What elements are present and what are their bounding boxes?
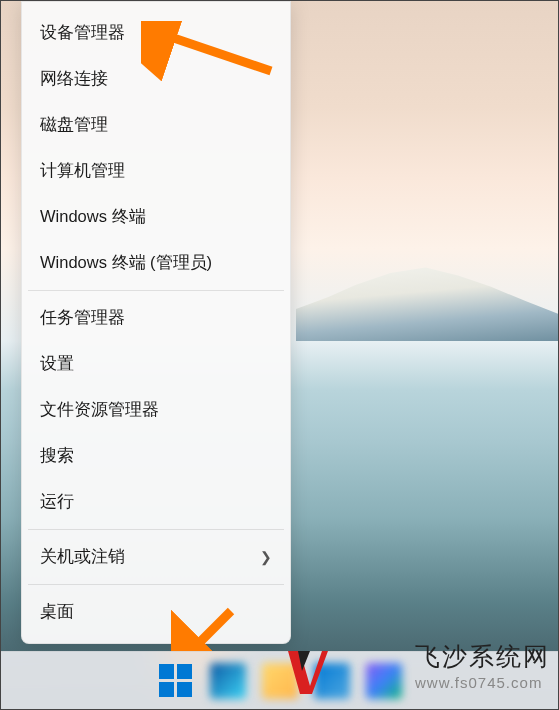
watermark: 飞沙系统网 www.fs0745.com (415, 640, 550, 691)
menu-label: 关机或注销 (40, 546, 125, 568)
menu-divider (28, 290, 284, 291)
edge-icon (210, 663, 246, 699)
svg-marker-4 (288, 651, 328, 694)
menu-item-network-connections[interactable]: 网络连接 (22, 56, 290, 102)
watermark-title: 飞沙系统网 (415, 640, 550, 673)
wallpaper-mountain (296, 261, 559, 341)
menu-item-search[interactable]: 搜索 (22, 433, 290, 479)
menu-item-device-manager[interactable]: 设备管理器 (22, 10, 290, 56)
menu-label: 设置 (40, 353, 74, 375)
menu-label: Windows 终端 (40, 206, 146, 228)
menu-label: 桌面 (40, 601, 74, 623)
menu-item-disk-management[interactable]: 磁盘管理 (22, 102, 290, 148)
menu-label: 设备管理器 (40, 22, 125, 44)
menu-label: 运行 (40, 491, 74, 513)
menu-item-shutdown-signout[interactable]: 关机或注销 ❯ (22, 534, 290, 580)
menu-item-run[interactable]: 运行 (22, 479, 290, 525)
menu-label: 网络连接 (40, 68, 108, 90)
menu-label: Windows 终端 (管理员) (40, 252, 212, 274)
watermark-logo-icon (280, 646, 330, 696)
watermark-url: www.fs0745.com (415, 674, 550, 691)
start-button[interactable] (155, 660, 197, 702)
menu-divider (28, 584, 284, 585)
chevron-right-icon: ❯ (260, 549, 272, 565)
taskbar-app-icon[interactable] (207, 660, 249, 702)
menu-item-windows-terminal[interactable]: Windows 终端 (22, 194, 290, 240)
menu-item-windows-terminal-admin[interactable]: Windows 终端 (管理员) (22, 240, 290, 286)
menu-item-file-explorer[interactable]: 文件资源管理器 (22, 387, 290, 433)
menu-label: 磁盘管理 (40, 114, 108, 136)
menu-label: 搜索 (40, 445, 74, 467)
copilot-icon (366, 663, 402, 699)
winx-context-menu: 设备管理器 网络连接 磁盘管理 计算机管理 Windows 终端 Windows… (21, 1, 291, 644)
menu-divider (28, 529, 284, 530)
taskbar-app-icon[interactable] (363, 660, 405, 702)
menu-item-settings[interactable]: 设置 (22, 341, 290, 387)
menu-label: 计算机管理 (40, 160, 125, 182)
windows-logo-icon (159, 664, 192, 697)
menu-label: 文件资源管理器 (40, 399, 159, 421)
menu-item-desktop[interactable]: 桌面 (22, 589, 290, 635)
menu-label: 任务管理器 (40, 307, 125, 329)
menu-item-task-manager[interactable]: 任务管理器 (22, 295, 290, 341)
menu-item-computer-management[interactable]: 计算机管理 (22, 148, 290, 194)
